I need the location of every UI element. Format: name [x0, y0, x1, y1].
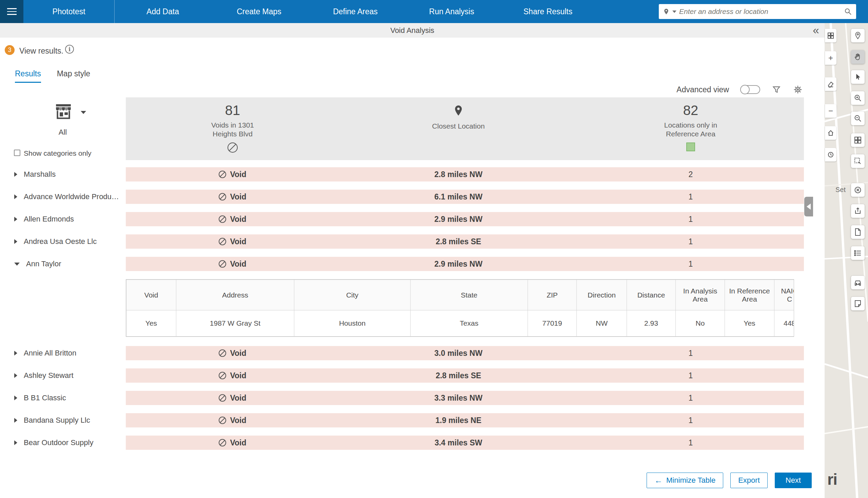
detail-header-row: Void Address City State ZIP Direction Di…	[126, 280, 794, 311]
void-status: Void	[230, 394, 246, 403]
remove-circle-icon[interactable]	[851, 183, 865, 197]
table-row: Ashley Stewart Void 2.8 miles SE 1	[0, 368, 825, 383]
brand-expander[interactable]: Ann Taylor	[0, 257, 126, 271]
export-button[interactable]: Export	[730, 473, 767, 488]
tab-map-style[interactable]: Map style	[57, 69, 90, 83]
next-button[interactable]: Next	[775, 473, 812, 488]
void-icon	[219, 171, 226, 178]
void-icon	[219, 439, 226, 446]
brand-expander[interactable]: Bear Outdoor Supply	[0, 436, 126, 450]
nav-share-results[interactable]: Share Results	[500, 0, 596, 23]
table-row: Allen Edmonds Void 2.9 miles NW 1	[0, 212, 825, 226]
pan-hand-icon[interactable]	[851, 50, 865, 64]
brand-data-band[interactable]: Void 2.8 miles NW 2	[126, 167, 804, 182]
caret-right-icon	[14, 217, 17, 222]
filter-caret-icon[interactable]	[81, 111, 86, 114]
brand-data-band[interactable]: Void 3.3 miles NW 1	[126, 391, 804, 405]
table-row: B B1 Classic Void 3.3 miles NW 1	[0, 391, 825, 405]
void-icon	[227, 143, 238, 153]
tab-results[interactable]: Results	[15, 69, 41, 83]
share-icon[interactable]	[851, 204, 865, 218]
document-pdf-icon[interactable]	[851, 225, 865, 239]
reference-area-count: 1	[577, 438, 804, 447]
column-header: Direction	[577, 280, 627, 311]
location-pin-icon	[663, 8, 670, 15]
voids-count: 81	[225, 103, 240, 118]
brand-label: B B1 Classic	[24, 394, 66, 402]
brand-data-band[interactable]: Void 3.0 miles NW 1	[126, 346, 804, 360]
brand-data-band[interactable]: Void 2.8 miles SE 1	[126, 234, 804, 249]
brand-expander[interactable]: Marshalls	[0, 167, 126, 182]
location-search-box[interactable]	[659, 4, 856, 19]
directions-car-icon[interactable]	[851, 276, 865, 289]
panel-footer: ← Minimize Table Export Next	[0, 473, 825, 488]
nav-run-analysis[interactable]: Run Analysis	[403, 0, 500, 23]
collapse-panel-icon[interactable]: «	[810, 23, 822, 38]
zoom-out-icon[interactable]	[851, 112, 865, 125]
collage-grid-icon[interactable]	[825, 29, 837, 42]
brand-expander[interactable]: Bandana Supply Llc	[0, 413, 126, 428]
gear-icon[interactable]	[793, 84, 803, 95]
select-cursor-icon[interactable]	[851, 70, 865, 84]
location-pin-tool-icon[interactable]	[851, 29, 865, 42]
minus-icon[interactable]: −	[825, 104, 837, 118]
legend-list-icon[interactable]	[851, 246, 865, 260]
closest-distance: 2.8 miles SE	[339, 371, 577, 380]
filter-icon[interactable]	[772, 85, 781, 94]
show-categories-checkbox[interactable]	[14, 149, 21, 156]
show-categories-label: Show categories only	[24, 149, 92, 157]
caret-right-icon	[14, 172, 17, 177]
notes-icon[interactable]	[851, 297, 865, 311]
table-collapse-handle[interactable]	[804, 197, 813, 217]
column-header: In Reference Area	[725, 280, 774, 311]
table-row: Bandana Supply Llc Void 1.9 miles NE 1	[0, 413, 825, 428]
advanced-view-label: Advanced view	[677, 85, 729, 94]
brand-expander[interactable]: Annie All Britton	[0, 346, 126, 360]
zoom-in-icon[interactable]	[851, 91, 865, 105]
select-area-icon[interactable]	[851, 154, 865, 168]
basemap-icon[interactable]	[851, 133, 865, 147]
project-menu[interactable]: Phototest	[23, 0, 115, 23]
hamburger-menu-button[interactable]	[0, 0, 23, 23]
advanced-controls: Advanced view	[677, 84, 803, 95]
top-bar: Phototest Add Data Create Maps Define Ar…	[0, 0, 868, 23]
eraser-icon[interactable]	[825, 77, 837, 91]
reference-area-count: 1	[577, 394, 804, 403]
table-row: Bear Outdoor Supply Void 3.4 miles SW 1	[0, 436, 825, 450]
brand-expander[interactable]: Andrea Usa Oeste Llc	[0, 234, 126, 249]
brand-data-band[interactable]: Void 6.1 miles NW 1	[126, 189, 804, 204]
search-mode-caret-icon[interactable]	[672, 11, 677, 13]
brand-label: Bear Outdoor Supply	[24, 438, 93, 447]
minimize-table-button[interactable]: ← Minimize Table	[646, 473, 723, 488]
home-icon[interactable]	[825, 126, 837, 140]
brand-data-band[interactable]: Void 2.9 miles NW 1	[126, 257, 804, 271]
detail-cell: 2.93	[627, 311, 676, 337]
brand-expander[interactable]: Allen Edmonds	[0, 212, 126, 226]
info-icon[interactable]	[65, 45, 74, 54]
brand-data-band[interactable]: Void 1.9 miles NE 1	[126, 413, 804, 428]
chevron-left-icon	[806, 204, 811, 210]
advanced-view-toggle[interactable]	[740, 85, 760, 94]
business-filter-button[interactable]	[54, 104, 72, 120]
step-badge: 3	[5, 45, 15, 55]
toggle-knob	[740, 85, 750, 94]
plus-icon[interactable]: +	[825, 51, 837, 65]
column-header: State	[411, 280, 528, 311]
search-icon[interactable]	[844, 8, 852, 16]
search-input[interactable]	[679, 8, 841, 16]
brand-label: Advance Worldwide Produ…	[24, 192, 119, 201]
nav-define-areas[interactable]: Define Areas	[307, 0, 403, 23]
brand-expander[interactable]: Ashley Stewart	[0, 368, 126, 383]
nav-create-maps[interactable]: Create Maps	[211, 0, 307, 23]
brand-expander[interactable]: B B1 Classic	[0, 391, 126, 405]
history-clock-icon[interactable]	[825, 148, 837, 161]
nav-add-data[interactable]: Add Data	[115, 0, 211, 23]
void-status: Void	[230, 438, 246, 447]
brand-label: Bandana Supply Llc	[24, 416, 90, 425]
brand-data-band[interactable]: Void 3.4 miles SW 1	[126, 436, 804, 450]
reference-area-count: 1	[577, 349, 804, 358]
brand-data-band[interactable]: Void 2.8 miles SE 1	[126, 368, 804, 383]
brand-data-band[interactable]: Void 2.9 miles NW 1	[126, 212, 804, 226]
brand-expander[interactable]: Advance Worldwide Produ…	[0, 189, 126, 204]
caret-right-icon	[14, 418, 17, 423]
